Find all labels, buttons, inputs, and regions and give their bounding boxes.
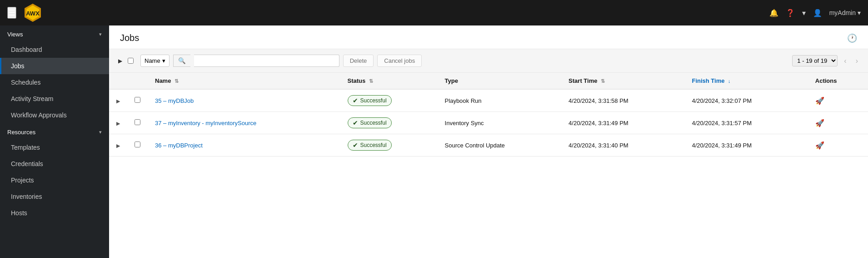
sidebar-item-inventories[interactable]: Inventories <box>0 188 109 205</box>
sidebar: Views ▾ Dashboard Jobs Schedules Activit… <box>0 25 109 258</box>
row-expand-button[interactable]: ▶ <box>116 121 120 126</box>
search-button[interactable]: 🔍 <box>173 55 190 67</box>
prev-page-button[interactable]: ‹ <box>841 56 849 66</box>
row-checkbox-cell[interactable] <box>127 112 148 134</box>
col-header-actions: Actions <box>808 73 868 89</box>
sidebar-item-label: Dashboard <box>11 46 42 53</box>
pagination-select[interactable]: 1 - 19 of 19 <box>792 55 838 66</box>
row-expand-button[interactable]: ▶ <box>116 98 120 104</box>
row-start-time-cell: 4/20/2024, 3:31:40 PM <box>561 134 684 157</box>
status-check-icon: ✔ <box>353 142 358 149</box>
pagination-info: 1 - 19 of 19 ‹ › <box>792 55 861 66</box>
select-all-checkbox[interactable] <box>128 58 134 64</box>
search-input-wrap <box>194 55 339 67</box>
row-checkbox-cell[interactable] <box>127 89 148 112</box>
job-link[interactable]: 35 – myDBJob <box>155 97 194 104</box>
col-type-label: Type <box>445 77 458 84</box>
status-label: Successful <box>360 120 387 126</box>
row-status-cell: ✔ Successful <box>340 89 438 112</box>
col-header-status[interactable]: Status ⇅ <box>340 73 438 89</box>
row-expand-cell: ▶ <box>109 134 127 157</box>
navbar-right: 🔔 ❓ ▾ 👤 myAdmin ▾ <box>769 9 861 17</box>
col-start-time-sort-icon[interactable]: ⇅ <box>601 78 605 84</box>
sidebar-item-label: Templates <box>11 144 40 151</box>
row-finish-time-cell: 4/20/2024, 3:31:57 PM <box>684 112 808 134</box>
sidebar-item-credentials[interactable]: Credentials <box>0 156 109 172</box>
row-checkbox[interactable] <box>135 97 140 103</box>
delete-button[interactable]: Delete <box>343 55 374 67</box>
row-status-cell: ✔ Successful <box>340 112 438 134</box>
launch-icon[interactable]: 🚀 <box>815 142 824 149</box>
sidebar-item-label: Jobs <box>11 62 25 70</box>
navbar-left: ☰ AWX <box>7 2 44 24</box>
row-expand-cell: ▶ <box>109 89 127 112</box>
row-expand-button[interactable]: ▶ <box>116 143 120 149</box>
col-header-name[interactable]: Name ⇅ <box>148 73 340 89</box>
row-name-cell: 37 – myInventory - myInventorySource <box>148 112 340 134</box>
row-checkbox[interactable] <box>135 119 140 125</box>
col-start-time-label: Start Time <box>569 77 597 84</box>
jobs-table: Name ⇅ Status ⇅ Type Start Time ⇅ <box>109 73 868 157</box>
next-page-button[interactable]: › <box>853 56 861 66</box>
content-area: Jobs 🕐 ▶ Name ▾ 🔍 Delete Cancel jobs <box>109 25 868 258</box>
col-header-start-time[interactable]: Start Time ⇅ <box>561 73 684 89</box>
col-header-finish-time[interactable]: Finish Time ↓ <box>684 73 808 89</box>
notifications-icon[interactable]: 🔔 <box>769 9 778 17</box>
row-expand-cell: ▶ <box>109 112 127 134</box>
col-finish-time-sort-icon[interactable]: ↓ <box>728 78 731 84</box>
launch-icon[interactable]: 🚀 <box>815 97 824 105</box>
user-icon: 👤 <box>813 9 822 17</box>
resources-section-header[interactable]: Resources ▾ <box>0 123 109 139</box>
row-status-cell: ✔ Successful <box>340 134 438 157</box>
col-name-sort-icon[interactable]: ⇅ <box>175 78 179 84</box>
row-actions-cell: 🚀 <box>808 134 868 157</box>
col-header-type: Type <box>438 73 562 89</box>
expand-all-button[interactable]: ▶ <box>116 56 124 66</box>
page-header: Jobs 🕐 <box>109 25 868 49</box>
sidebar-item-templates[interactable]: Templates <box>0 139 109 156</box>
user-chevron-icon: ▾ <box>858 9 861 16</box>
job-link[interactable]: 36 – myDBProject <box>155 142 203 149</box>
toolbar: ▶ Name ▾ 🔍 Delete Cancel jobs 1 - 19 of … <box>109 49 868 73</box>
sidebar-item-hosts[interactable]: Hosts <box>0 205 109 221</box>
status-check-icon: ✔ <box>353 119 358 126</box>
main-layout: Views ▾ Dashboard Jobs Schedules Activit… <box>0 25 868 258</box>
row-start-time-cell: 4/20/2024, 3:31:58 PM <box>561 89 684 112</box>
row-checkbox-cell[interactable] <box>127 134 148 157</box>
status-label: Successful <box>360 142 387 148</box>
sidebar-item-dashboard[interactable]: Dashboard <box>0 41 109 58</box>
sidebar-item-jobs[interactable]: Jobs <box>0 58 109 74</box>
table-row: ▶ 36 – myDBProject ✔ Successful Source C… <box>109 134 868 157</box>
awx-logo-icon: AWX <box>22 2 44 24</box>
help-chevron-icon[interactable]: ▾ <box>802 9 806 17</box>
hamburger-button[interactable]: ☰ <box>7 7 16 19</box>
col-status-sort-icon[interactable]: ⇅ <box>369 78 373 84</box>
sidebar-item-activity-stream[interactable]: Activity Stream <box>0 91 109 107</box>
status-label: Successful <box>360 97 387 104</box>
views-section-header[interactable]: Views ▾ <box>0 25 109 41</box>
history-icon[interactable]: 🕐 <box>847 33 857 43</box>
sidebar-item-label: Credentials <box>11 160 43 167</box>
sidebar-item-workflow-approvals[interactable]: Workflow Approvals <box>0 107 109 123</box>
jobs-table-container: Name ⇅ Status ⇅ Type Start Time ⇅ <box>109 73 868 258</box>
help-icon[interactable]: ❓ <box>786 9 795 17</box>
row-name-cell: 35 – myDBJob <box>148 89 340 112</box>
filter-select[interactable]: Name ▾ <box>140 55 170 67</box>
svg-text:AWX: AWX <box>26 10 40 17</box>
col-status-label: Status <box>348 77 366 84</box>
cancel-jobs-button[interactable]: Cancel jobs <box>377 55 422 67</box>
launch-icon[interactable]: 🚀 <box>815 119 824 127</box>
row-type-cell: Source Control Update <box>438 134 562 157</box>
row-checkbox[interactable] <box>135 142 140 147</box>
row-type-cell: Inventory Sync <box>438 112 562 134</box>
sidebar-item-projects[interactable]: Projects <box>0 172 109 188</box>
status-check-icon: ✔ <box>353 97 358 104</box>
sidebar-item-schedules[interactable]: Schedules <box>0 74 109 91</box>
user-menu[interactable]: myAdmin ▾ <box>829 9 861 16</box>
search-input[interactable] <box>194 55 339 66</box>
col-name-label: Name <box>155 77 171 84</box>
row-start-time-cell: 4/20/2024, 3:31:49 PM <box>561 112 684 134</box>
job-link[interactable]: 37 – myInventory - myInventorySource <box>155 120 256 126</box>
select-all-checkbox-wrap[interactable] <box>128 58 137 64</box>
row-type-cell: Playbook Run <box>438 89 562 112</box>
